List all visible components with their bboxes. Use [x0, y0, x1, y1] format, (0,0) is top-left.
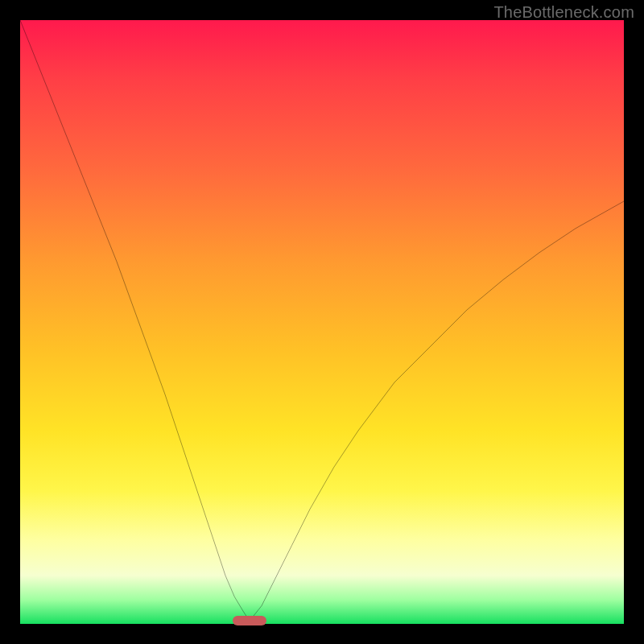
curve-right-branch [250, 201, 624, 621]
bottleneck-curve [20, 20, 624, 624]
watermark-text: TheBottleneck.com [493, 3, 634, 22]
optimal-marker [233, 616, 266, 625]
chart-frame: TheBottleneck.com [0, 0, 644, 644]
curve-left-branch [20, 20, 250, 621]
chart-plot-area [20, 20, 624, 624]
